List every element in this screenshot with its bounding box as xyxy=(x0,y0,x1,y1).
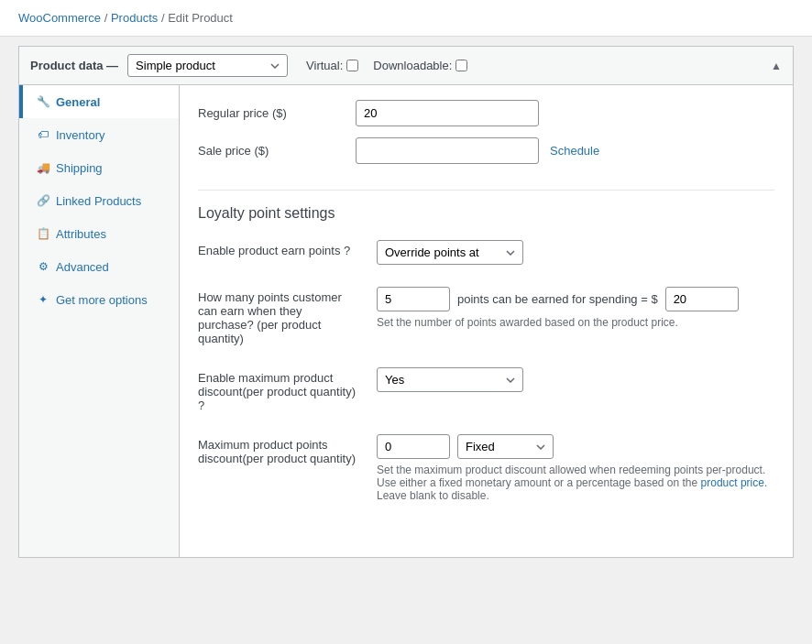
sale-price-row: Sale price ($) Schedule xyxy=(198,137,774,164)
downloadable-checkbox[interactable] xyxy=(455,60,467,71)
sidebar-item-get-more-options[interactable]: ✦ Get more options xyxy=(19,283,179,316)
max-discount-row: Maximum product points discount(per prod… xyxy=(198,434,774,502)
enable-earn-select[interactable]: Override points at Default Disabled xyxy=(377,240,523,265)
points-earn-hint: Set the number of points awarded based o… xyxy=(377,316,774,329)
enable-max-select[interactable]: Yes No xyxy=(377,367,523,392)
breadcrumb-woocommerce[interactable]: WooCommerce xyxy=(18,11,101,25)
wrench-icon: 🔧 xyxy=(36,94,50,109)
enable-earn-label: Enable product earn points ? xyxy=(198,240,358,265)
star-icon: ✦ xyxy=(36,292,50,307)
sidebar-item-linked-products[interactable]: 🔗 Linked Products xyxy=(19,184,179,217)
virtual-label[interactable]: Virtual: xyxy=(306,59,358,72)
product-type-select[interactable]: Simple product Grouped product External/… xyxy=(127,54,288,77)
points-earn-control: points can be earned for spending = $ Se… xyxy=(377,287,774,345)
max-discount-value-input[interactable] xyxy=(377,434,450,459)
regular-price-row: Regular price ($) xyxy=(198,100,774,126)
price-section: Regular price ($) Sale price ($) Schedul… xyxy=(198,85,774,191)
regular-price-label: Regular price ($) xyxy=(198,106,345,120)
truck-icon: 🚚 xyxy=(36,160,50,175)
enable-max-label: Enable maximum product discount(per prod… xyxy=(198,367,358,412)
breadcrumb-sep2: / xyxy=(161,11,165,25)
product-data-panel: Product data — Simple product Grouped pr… xyxy=(18,46,794,558)
virtual-checkbox[interactable] xyxy=(346,60,358,71)
breadcrumb-sep1: / xyxy=(104,11,108,25)
loyalty-section-title: Loyalty point settings xyxy=(198,205,774,222)
product-price-link[interactable]: product price xyxy=(701,476,764,489)
sale-price-label: Sale price ($) xyxy=(198,144,345,158)
points-earn-row: How many points customer can earn when t… xyxy=(198,287,774,345)
discount-inputs: Fixed Percentage xyxy=(377,434,774,459)
sidebar: 🔧 General 🏷 Inventory 🚚 Shipping 🔗 Linke… xyxy=(19,85,180,557)
points-value-input[interactable] xyxy=(377,287,450,311)
max-discount-label: Maximum product points discount(per prod… xyxy=(198,434,358,502)
sidebar-item-shipping[interactable]: 🚚 Shipping xyxy=(19,151,179,184)
schedule-link[interactable]: Schedule xyxy=(550,144,599,158)
product-data-label: Product data — xyxy=(30,59,118,72)
gear-icon: ⚙ xyxy=(36,259,50,274)
sidebar-item-advanced[interactable]: ⚙ Advanced xyxy=(19,250,179,283)
breadcrumb-products[interactable]: Products xyxy=(111,11,158,25)
list-icon: 📋 xyxy=(36,226,50,241)
sale-price-input[interactable] xyxy=(356,137,539,164)
enable-earn-row: Enable product earn points ? Override po… xyxy=(198,240,774,265)
points-earning-inputs: points can be earned for spending = $ xyxy=(377,287,774,311)
downloadable-label[interactable]: Downloadable: xyxy=(373,59,467,72)
regular-price-input[interactable] xyxy=(356,100,539,126)
product-data-header: Product data — Simple product Grouped pr… xyxy=(19,47,793,85)
points-earn-label: How many points customer can earn when t… xyxy=(198,287,358,345)
max-discount-control: Fixed Percentage Set the maximum product… xyxy=(377,434,774,502)
sidebar-item-general[interactable]: 🔧 General xyxy=(19,85,179,118)
breadcrumb: WooCommerce / Products / Edit Product xyxy=(0,0,812,37)
sidebar-item-attributes[interactable]: 📋 Attributes xyxy=(19,217,179,250)
spending-value-input[interactable] xyxy=(665,287,739,311)
toggle-arrow-icon[interactable]: ▲ xyxy=(771,60,782,72)
product-data-body: 🔧 General 🏷 Inventory 🚚 Shipping 🔗 Linke… xyxy=(19,85,793,557)
max-discount-hint: Set the maximum product discount allowed… xyxy=(377,464,774,502)
enable-max-row: Enable maximum product discount(per prod… xyxy=(198,367,774,412)
breadcrumb-current: Edit Product xyxy=(168,11,233,25)
points-earn-text: points can be earned for spending = $ xyxy=(457,292,658,306)
tag-icon: 🏷 xyxy=(36,127,50,142)
main-content: Regular price ($) Sale price ($) Schedul… xyxy=(180,85,793,557)
max-discount-type-select[interactable]: Fixed Percentage xyxy=(457,434,554,459)
loyalty-section: Loyalty point settings Enable product ea… xyxy=(198,191,774,539)
link-icon: 🔗 xyxy=(36,193,50,208)
virtual-downloadable-group: Virtual: Downloadable: xyxy=(306,59,467,72)
enable-earn-control: Override points at Default Disabled xyxy=(377,240,774,265)
sidebar-item-inventory[interactable]: 🏷 Inventory xyxy=(19,118,179,151)
enable-max-control: Yes No xyxy=(377,367,774,412)
